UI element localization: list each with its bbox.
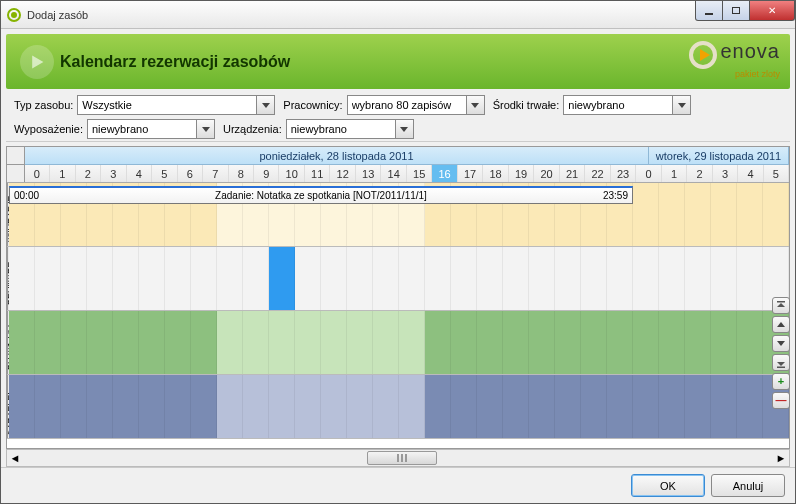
- ok-button[interactable]: OK: [631, 474, 705, 497]
- page-title: Kalendarz rezerwacji zasobów: [60, 53, 290, 71]
- typ-zasobu-label: Typ zasobu:: [14, 99, 73, 111]
- urzadzenia-label: Urządzenia:: [223, 123, 282, 135]
- hour-cell[interactable]: 19: [509, 165, 534, 182]
- calendar-area: poniedziałek, 28 listopada 2011 wtorek, …: [6, 146, 790, 449]
- hour-cell[interactable]: 2: [76, 165, 101, 182]
- pracownicy-dropdown-button[interactable]: [467, 95, 485, 115]
- hour-cell[interactable]: 0: [636, 165, 661, 182]
- urzadzenia-select[interactable]: [286, 119, 396, 139]
- scroll-left-icon[interactable]: ◄: [7, 450, 23, 466]
- close-button[interactable]: ✕: [749, 1, 795, 21]
- svg-marker-0: [32, 55, 43, 68]
- hour-cell[interactable]: 13: [356, 165, 381, 182]
- hour-cell[interactable]: 1: [50, 165, 75, 182]
- hour-cell[interactable]: 2: [687, 165, 712, 182]
- day-header-2[interactable]: wtorek, 29 listopada 2011: [649, 147, 789, 165]
- scrollbar-thumb[interactable]: [367, 451, 437, 465]
- task-title: Zadanie: Notatka ze spotkania [NOT/2011/…: [215, 190, 427, 201]
- play-icon: [20, 45, 54, 79]
- hour-cell[interactable]: 1: [662, 165, 687, 182]
- maximize-button[interactable]: [722, 1, 750, 21]
- hour-cell[interactable]: 14: [381, 165, 406, 182]
- scroll-down-button[interactable]: [772, 335, 790, 352]
- hour-cell[interactable]: 4: [127, 165, 152, 182]
- brand-logo: enova pakiet zloty: [689, 40, 781, 79]
- typ-zasobu-select[interactable]: [77, 95, 257, 115]
- wyposazenie-select[interactable]: [87, 119, 197, 139]
- filter-bar: Typ zasobu: Pracownicy: Środki trwałe: W…: [6, 89, 790, 142]
- hour-cell[interactable]: 5: [152, 165, 177, 182]
- typ-zasobu-dropdown-button[interactable]: [257, 95, 275, 115]
- remove-row-button[interactable]: —: [772, 392, 790, 409]
- srodki-select[interactable]: [563, 95, 673, 115]
- hour-cell[interactable]: 0: [25, 165, 50, 182]
- task-end: 23:59: [603, 190, 628, 201]
- hour-cell[interactable]: 10: [279, 165, 304, 182]
- srodki-label: Środki trwałe:: [493, 99, 560, 111]
- task-bar[interactable]: 00:00Zadanie: Notatka ze spotkania [NOT/…: [9, 186, 633, 204]
- add-row-button[interactable]: +: [772, 373, 790, 390]
- svg-marker-1: [777, 303, 785, 307]
- hour-cell[interactable]: 3: [101, 165, 126, 182]
- hour-cell[interactable]: 5: [764, 165, 789, 182]
- scroll-bottom-button[interactable]: [772, 354, 790, 371]
- hour-cell[interactable]: 12: [330, 165, 355, 182]
- wyposazenie-label: Wyposażenie:: [14, 123, 83, 135]
- task-start: 00:00: [14, 190, 39, 201]
- hour-cell[interactable]: 21: [560, 165, 585, 182]
- day-header-1[interactable]: poniedziałek, 28 listopada 2011: [25, 147, 649, 165]
- minimize-button[interactable]: [695, 1, 723, 21]
- hour-cell[interactable]: 22: [585, 165, 610, 182]
- cancel-button[interactable]: Anuluj: [711, 474, 785, 497]
- dialog-footer: OK Anuluj: [1, 467, 795, 503]
- hour-cell[interactable]: 8: [229, 165, 254, 182]
- hour-cell[interactable]: 20: [534, 165, 559, 182]
- hour-cell[interactable]: 16: [432, 165, 457, 182]
- hour-cell[interactable]: 3: [713, 165, 738, 182]
- resource-row[interactable]: BEDNARE…: [7, 247, 789, 311]
- app-icon: [7, 8, 21, 22]
- header-banner: Kalendarz rezerwacji zasobów enova pakie…: [6, 34, 790, 89]
- resource-row[interactable]: STRZELEC…: [7, 375, 789, 439]
- hour-cell[interactable]: 11: [305, 165, 330, 182]
- hour-cell[interactable]: 6: [178, 165, 203, 182]
- hour-cell[interactable]: 23: [611, 165, 636, 182]
- hour-cell[interactable]: 4: [738, 165, 763, 182]
- svg-marker-3: [777, 362, 785, 366]
- wyposazenie-dropdown-button[interactable]: [197, 119, 215, 139]
- pracownicy-select[interactable]: [347, 95, 467, 115]
- window-title: Dodaj zasób: [27, 9, 88, 21]
- scroll-up-button[interactable]: [772, 316, 790, 333]
- dialog-window: Dodaj zasób ✕ Kalendarz rezerwacji zasob…: [0, 0, 796, 504]
- srodki-dropdown-button[interactable]: [673, 95, 691, 115]
- svg-rect-2: [777, 301, 785, 303]
- hour-cell[interactable]: 18: [483, 165, 508, 182]
- resource-row[interactable]: ANDRZEJE…00:00Zadanie: Notatka ze spotka…: [7, 183, 789, 247]
- scroll-top-button[interactable]: [772, 297, 790, 314]
- scroll-toolbar: + —: [772, 297, 790, 409]
- svg-rect-4: [777, 366, 785, 368]
- resource-row[interactable]: BUJAK DO…: [7, 311, 789, 375]
- hour-cell[interactable]: 7: [203, 165, 228, 182]
- hour-cell[interactable]: 9: [254, 165, 279, 182]
- urzadzenia-dropdown-button[interactable]: [396, 119, 414, 139]
- horizontal-scrollbar[interactable]: ◄ ►: [6, 449, 790, 467]
- hour-cell[interactable]: 17: [458, 165, 483, 182]
- scroll-right-icon[interactable]: ►: [773, 450, 789, 466]
- hour-cell[interactable]: 15: [407, 165, 432, 182]
- pracownicy-label: Pracownicy:: [283, 99, 342, 111]
- title-bar[interactable]: Dodaj zasób ✕: [1, 1, 795, 29]
